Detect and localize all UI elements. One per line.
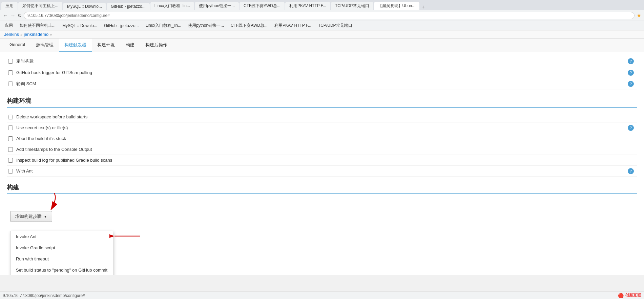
build-trigger-section: 定时构建 ? GitHub hook trigger for GITScm po… bbox=[7, 55, 637, 90]
bookmark-2[interactable]: MySQL :: Downlo... bbox=[60, 23, 99, 29]
bookmark-1[interactable]: 如何使不同主机上... bbox=[18, 22, 58, 29]
dropdown-arrow-icon: ▼ bbox=[44, 215, 47, 218]
checkbox-scheduled[interactable] bbox=[8, 59, 13, 64]
new-tab-button[interactable]: + bbox=[421, 4, 424, 10]
add-step-label: 增加构建步骤 bbox=[15, 213, 42, 220]
refresh-button[interactable]: ↻ bbox=[18, 13, 22, 18]
bookmark-8[interactable]: TCP/UDP常见端口 bbox=[316, 22, 354, 29]
checkbox-github-hook[interactable] bbox=[8, 70, 13, 75]
page-tabs: General 源码管理 构建触发器 构建环境 构建 构建后操作 bbox=[0, 39, 644, 52]
checkbox-row-poll-scm: 轮询 SCM ? bbox=[7, 78, 637, 90]
build-env-heading: 构建环境 bbox=[7, 97, 637, 108]
build-section: 构建 增加构建步骤 ▼ bbox=[7, 183, 637, 225]
checkbox-delete-workspace-label: Delete workspace before build starts bbox=[16, 114, 87, 119]
checkbox-secret-label: Use secret text(s) or file(s) bbox=[16, 125, 68, 130]
dropdown-item-invoke-ant[interactable]: Invoke Ant bbox=[11, 231, 113, 242]
checkbox-row-timestamps: Add timestamps to the Console Output bbox=[7, 144, 637, 155]
bookmark-4[interactable]: Linux入门教程_lin... bbox=[144, 22, 183, 29]
checkbox-row-with-ant: With Ant ? bbox=[7, 166, 637, 177]
checkbox-secret[interactable] bbox=[8, 125, 13, 130]
browser-tab-2[interactable]: MySQL :: Downlo... bbox=[63, 3, 106, 10]
browser-tab-1[interactable]: 如何使不同主机上... bbox=[18, 2, 62, 10]
checkbox-abort-stuck-label: Abort the build if it's stuck bbox=[16, 136, 66, 141]
browser-tab-9[interactable]: 【漏洞复现】Ubun... bbox=[374, 2, 420, 10]
browser-tab-7[interactable]: 利用PKAV HTTP F... bbox=[285, 2, 330, 10]
breadcrumb: Jenkins » jenkinsdemo » bbox=[0, 30, 644, 39]
breadcrumb-jenkinsdemo[interactable]: jenkinsdemo bbox=[24, 32, 48, 37]
checkbox-row-abort-stuck: Abort the build if it's stuck bbox=[7, 133, 637, 144]
dropdown-item-invoke-gradle[interactable]: Invoke Gradle script bbox=[11, 242, 113, 253]
add-build-step-button[interactable]: 增加构建步骤 ▼ bbox=[10, 211, 52, 222]
tab-build[interactable]: 构建 bbox=[120, 39, 140, 52]
checkbox-row-delete-workspace: Delete workspace before build starts bbox=[7, 112, 637, 122]
tab-env[interactable]: 构建环境 bbox=[92, 39, 120, 52]
bookmark-6[interactable]: CTF线下赛AWD总... bbox=[229, 22, 270, 29]
checkbox-row-secret: Use secret text(s) or file(s) ? bbox=[7, 122, 637, 133]
checkbox-row-gradle-scans: Inspect build log for published Gradle b… bbox=[7, 155, 637, 166]
back-button[interactable]: ← bbox=[3, 13, 8, 19]
bookmark-apps[interactable]: 应用 bbox=[3, 22, 15, 29]
bookmark-3[interactable]: GitHub - jpetazzo... bbox=[102, 23, 141, 29]
checkbox-with-ant[interactable] bbox=[8, 169, 13, 174]
add-step-button-wrapper: 增加构建步骤 ▼ bbox=[10, 211, 52, 222]
checkbox-abort-stuck[interactable] bbox=[8, 136, 13, 141]
build-env-section: 构建环境 Delete workspace before build start… bbox=[7, 97, 637, 177]
tab-general[interactable]: General bbox=[4, 39, 30, 52]
add-step-dropdown: Invoke Ant Invoke Gradle script Run with… bbox=[10, 231, 113, 275]
checkbox-gradle-scans[interactable] bbox=[8, 158, 13, 163]
second-arrow bbox=[109, 228, 143, 245]
arrow-area: 增加构建步骤 ▼ bbox=[7, 198, 176, 225]
checkbox-poll-scm-label: 轮询 SCM bbox=[16, 81, 36, 87]
address-bar[interactable]: 9.105.16.77:8080/job/jenkinsdemo/configu… bbox=[24, 12, 635, 19]
browser-tab-apps[interactable]: 应用 bbox=[1, 2, 18, 10]
browser-tab-8[interactable]: TCP/UDP常见端口 bbox=[331, 2, 373, 10]
bookmark-5[interactable]: 使用python链接一... bbox=[186, 22, 226, 29]
content-area: 定时构建 ? GitHub hook trigger for GITScm po… bbox=[0, 55, 644, 232]
breadcrumb-sep-1: » bbox=[20, 32, 22, 37]
breadcrumb-jenkins[interactable]: Jenkins bbox=[4, 32, 19, 37]
dropdown-item-run-timeout[interactable]: Run with timeout bbox=[11, 253, 113, 264]
help-icon-with-ant[interactable]: ? bbox=[628, 168, 634, 174]
checkbox-timestamps[interactable] bbox=[8, 147, 13, 152]
browser-tab-4[interactable]: Linux入门教程_lin... bbox=[150, 2, 194, 10]
checkbox-with-ant-label: With Ant bbox=[16, 168, 33, 174]
dropdown-item-set-status[interactable]: Set build status to "pending" on GitHub … bbox=[11, 264, 113, 275]
bookmarks-bar: 应用 如何使不同主机上... MySQL :: Downlo... GitHub… bbox=[0, 21, 644, 30]
checkbox-timestamps-label: Add timestamps to the Console Output bbox=[16, 147, 92, 152]
checkbox-poll-scm[interactable] bbox=[8, 82, 13, 86]
checkbox-row-github-hook: GitHub hook trigger for GITScm polling ? bbox=[7, 67, 637, 78]
help-icon-secret[interactable]: ? bbox=[628, 125, 634, 131]
bookmark-7[interactable]: 利用PKAV HTTP F... bbox=[272, 22, 313, 29]
bookmark-star[interactable]: ★ bbox=[637, 12, 641, 19]
checkbox-delete-workspace[interactable] bbox=[8, 115, 13, 119]
browser-tab-3[interactable]: GitHub - jpetazzo... bbox=[107, 3, 150, 10]
browser-tabs-row: 应用 如何使不同主机上... MySQL :: Downlo... GitHub… bbox=[0, 0, 644, 10]
main-content: General 源码管理 构建触发器 构建环境 构建 构建后操作 定时构建 ? … bbox=[0, 39, 644, 275]
help-icon-poll-scm[interactable]: ? bbox=[628, 81, 634, 87]
checkbox-github-hook-label: GitHub hook trigger for GITScm polling bbox=[16, 70, 92, 75]
browser-tab-6[interactable]: CTF线下赛AWD总... bbox=[240, 2, 285, 10]
help-icon-scheduled[interactable]: ? bbox=[628, 58, 634, 64]
tab-post[interactable]: 构建后操作 bbox=[140, 39, 173, 52]
address-bar-row: ← → ↻ 9.105.16.77:8080/job/jenkinsdemo/c… bbox=[0, 10, 644, 21]
breadcrumb-sep-2: » bbox=[50, 32, 52, 37]
address-text: 9.105.16.77:8080/job/jenkinsdemo/configu… bbox=[27, 13, 110, 18]
checkbox-scheduled-label: 定时构建 bbox=[16, 58, 34, 64]
forward-button[interactable]: → bbox=[10, 13, 16, 19]
browser-tab-5[interactable]: 使用python链接一... bbox=[195, 2, 239, 10]
checkbox-row-scheduled: 定时构建 ? bbox=[7, 55, 637, 67]
checkbox-gradle-scans-label: Inspect build log for published Gradle b… bbox=[16, 158, 112, 163]
build-heading: 构建 bbox=[7, 183, 637, 194]
tab-source[interactable]: 源码管理 bbox=[30, 39, 59, 52]
help-icon-github-hook[interactable]: ? bbox=[628, 70, 634, 76]
tab-triggers[interactable]: 构建触发器 bbox=[59, 39, 92, 52]
